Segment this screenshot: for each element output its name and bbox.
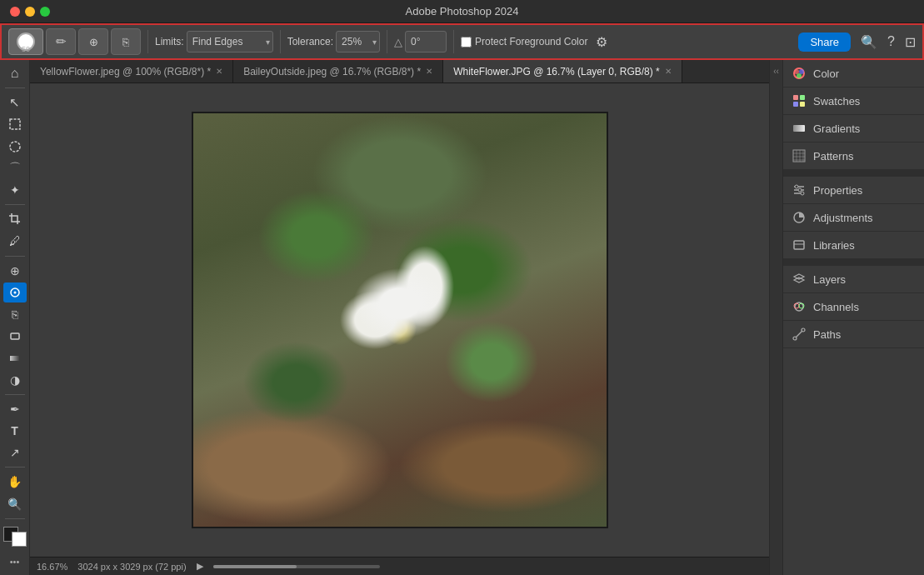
panel-label-patterns: Patterns [813, 150, 853, 162]
canvas-image [192, 112, 608, 528]
healing-brush-button[interactable]: ⊕ [78, 28, 108, 55]
tool-brush-active[interactable] [3, 282, 27, 302]
clone-tool-button[interactable]: ⎘ [111, 28, 141, 55]
close-button[interactable] [10, 7, 20, 17]
protect-fg-checkbox[interactable] [461, 37, 472, 48]
tool-path-select[interactable]: ↗ [3, 442, 27, 462]
tool-zoom[interactable]: 🔍 [3, 494, 27, 514]
svg-marker-31 [794, 274, 804, 279]
panel-label-layers: Layers [813, 273, 846, 286]
protect-fg-label[interactable]: Protect Foreground Color [461, 36, 587, 48]
tool-move[interactable]: ↖ [3, 92, 27, 112]
tolerance-select-wrapper[interactable]: 25% 10% 50% [336, 31, 380, 52]
tab-close-1[interactable]: ✕ [216, 67, 222, 76]
canvas-container [30, 83, 769, 557]
svg-rect-14 [793, 125, 805, 132]
color-icon [792, 66, 807, 81]
tool-magic-wand[interactable]: ✦ [3, 180, 27, 200]
tool-marquee-ellipse[interactable] [3, 137, 27, 157]
tab-close-3[interactable]: ✕ [665, 67, 672, 76]
arrow-icon[interactable]: ▶ [197, 561, 203, 572]
panel-item-libraries[interactable]: Libraries [783, 232, 924, 259]
minimize-button[interactable] [25, 7, 35, 17]
paths-icon [792, 327, 807, 342]
panel-item-layers[interactable]: Layers [783, 266, 924, 293]
tab-close-2[interactable]: ✕ [426, 67, 432, 76]
panel-label-color: Color [813, 68, 839, 80]
panel-item-paths[interactable]: Paths [783, 321, 924, 348]
zoom-level: 16.67% [37, 562, 67, 572]
panel-item-channels[interactable]: Channels [783, 293, 924, 321]
toolbar: 50 ✏ ⊕ ⎘ Limits: Find Edges Contiguous D… [0, 23, 924, 60]
tool-clone[interactable]: ⎘ [3, 304, 27, 324]
svg-point-8 [799, 69, 804, 74]
panel-label-channels: Channels [813, 301, 859, 313]
expand-icon[interactable]: ⊡ [905, 34, 916, 50]
tool-dodge[interactable]: ◑ [3, 370, 27, 390]
panel-label-gradients: Gradients [813, 122, 860, 135]
tool-more[interactable]: ••• [3, 552, 27, 572]
tool-eyedropper[interactable]: 🖊 [3, 231, 27, 251]
main-layout: ⌂ ↖ ⌒ ✦ 🖊 ⊕ ⎘ ◑ ✒ T ↗ ✋ [0, 60, 924, 575]
tool-healing[interactable]: ⊕ [3, 260, 27, 280]
maximize-button[interactable] [40, 7, 50, 17]
libraries-icon [792, 238, 807, 252]
patterns-icon [792, 148, 807, 163]
tab-yellow-flower[interactable]: YellowFlower.jpeg @ 100% (RGB/8*) * ✕ [30, 60, 233, 83]
tool-crop[interactable] [3, 209, 27, 229]
tolerance-select[interactable]: 25% 10% 50% [336, 31, 380, 52]
channels-icon [792, 299, 807, 314]
tool-hand[interactable]: ✋ [3, 472, 27, 492]
status-bar: 16.67% 3024 px x 3029 px (72 ppi) ▶ [30, 557, 769, 575]
swatches-icon [792, 93, 807, 108]
svg-rect-0 [10, 119, 20, 129]
tab-label-3: WhiteFlower.JPG @ 16.7% (Layer 0, RGB/8)… [453, 66, 660, 78]
color-swatches [3, 527, 27, 547]
tool-type[interactable]: T [3, 421, 27, 441]
panel-label-paths: Paths [813, 328, 841, 341]
panel-item-color[interactable]: Color [783, 60, 924, 88]
panel-section-divider-2 [783, 259, 924, 266]
background-color[interactable] [12, 532, 27, 547]
tool-marquee-rect[interactable] [3, 114, 27, 134]
panel-item-swatches[interactable]: Swatches [783, 88, 924, 115]
angle-input[interactable] [405, 31, 447, 52]
limits-section: Limits: Find Edges Contiguous Discontigu… [155, 31, 273, 52]
tool-lasso[interactable]: ⌒ [3, 158, 27, 178]
angle-section: △ [394, 31, 447, 52]
layers-icon [792, 272, 807, 287]
divider-1 [147, 30, 148, 53]
svg-rect-12 [793, 102, 798, 107]
eraser-tool-button[interactable]: 50 [8, 28, 43, 55]
tab-bailey-outside[interactable]: BaileyOutside.jpeg @ 16.7% (RGB/8*) * ✕ [233, 60, 443, 83]
panel-item-adjustments[interactable]: Adjustments [783, 204, 924, 232]
adjust-icon-btn[interactable]: ⚙ [596, 34, 607, 50]
limits-select[interactable]: Find Edges Contiguous Discontiguous [187, 31, 273, 52]
panel-collapse-button[interactable]: ‹‹ [769, 60, 782, 575]
help-icon[interactable]: ? [887, 34, 895, 49]
panel-item-properties[interactable]: Properties [783, 177, 924, 204]
tool-eraser[interactable] [3, 326, 27, 346]
dimensions: 3024 px x 3029 px (72 ppi) [77, 562, 186, 572]
search-icon[interactable]: 🔍 [861, 34, 877, 50]
share-button[interactable]: Share [798, 32, 851, 52]
toolbox: ⌂ ↖ ⌒ ✦ 🖊 ⊕ ⎘ ◑ ✒ T ↗ ✋ [0, 60, 30, 575]
svg-rect-11 [800, 95, 805, 100]
app-title: Adobe Photoshop 2024 [406, 5, 519, 18]
svg-point-9 [797, 73, 802, 78]
limits-select-wrapper[interactable]: Find Edges Contiguous Discontiguous [187, 31, 273, 52]
tab-white-flower[interactable]: WhiteFlower.JPG @ 16.7% (Layer 0, RGB/8)… [443, 60, 682, 83]
tolerance-section: Tolerance: 25% 10% 50% [287, 31, 380, 52]
brush-tool-button[interactable]: ✏ [46, 28, 76, 55]
tab-label-2: BaileyOutside.jpeg @ 16.7% (RGB/8*) * [243, 66, 421, 78]
right-panel: Color Swatches Grad [782, 60, 924, 575]
gradients-icon [792, 121, 807, 136]
tool-options: 50 ✏ ⊕ ⎘ [8, 28, 141, 55]
right-side: ‹‹ Color Swatch [769, 60, 924, 575]
panel-item-patterns[interactable]: Patterns [783, 142, 924, 170]
divider-2 [280, 30, 281, 53]
tool-gradient[interactable] [3, 348, 27, 368]
tool-home[interactable]: ⌂ [3, 63, 27, 83]
tool-pen[interactable]: ✒ [3, 399, 27, 419]
panel-item-gradients[interactable]: Gradients [783, 115, 924, 142]
